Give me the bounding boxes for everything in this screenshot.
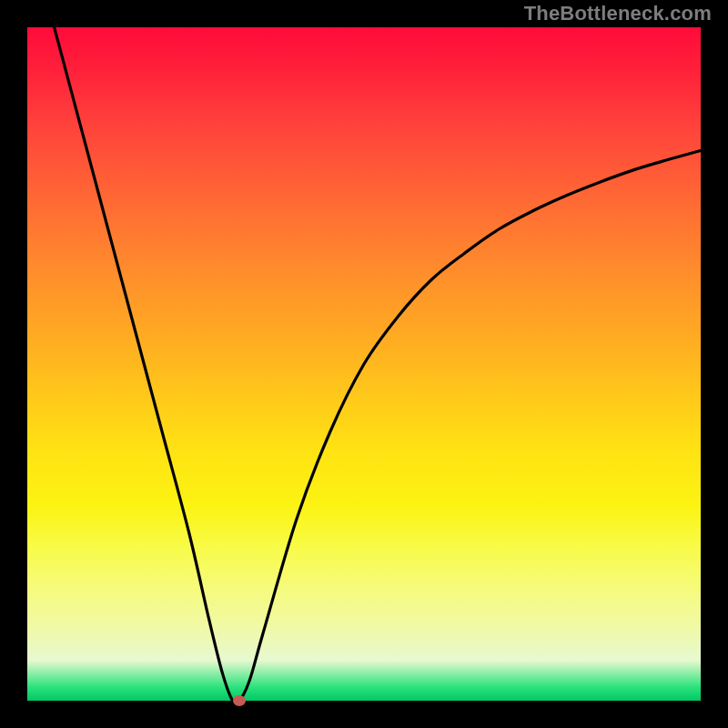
selected-point-marker bbox=[233, 695, 246, 706]
bottleneck-curve-line bbox=[55, 27, 701, 703]
chart-frame: TheBottleneck.com bbox=[0, 0, 728, 728]
chart-plot-area bbox=[27, 27, 701, 701]
watermark-label: TheBottleneck.com bbox=[524, 2, 712, 25]
